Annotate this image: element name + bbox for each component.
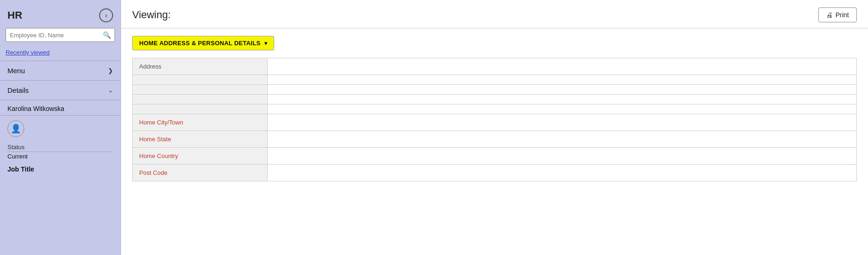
table-row [133, 104, 857, 114]
table-row: Home City/Town [133, 114, 857, 131]
field-value [268, 148, 857, 165]
search-area: 🔍 [0, 28, 121, 47]
field-value [268, 85, 857, 95]
sidebar-item-menu[interactable]: Menu ❯ [0, 61, 121, 81]
search-input[interactable] [6, 29, 99, 41]
search-button[interactable]: 🔍 [99, 28, 114, 41]
field-value [268, 131, 857, 148]
table-row [133, 75, 857, 85]
recently-viewed-area: Recently viewed [0, 47, 121, 61]
field-value [268, 58, 857, 75]
printer-icon: 🖨 [826, 11, 833, 19]
field-label: Home City/Town [133, 114, 268, 131]
page-title: Viewing: [132, 9, 171, 21]
field-label [133, 75, 268, 85]
status-field: Status Current [0, 142, 121, 163]
chevron-right-icon: › [105, 12, 108, 19]
section-dropdown-label: HOME ADDRESS & PERSONAL DETAILS [139, 40, 261, 47]
main-body: HOME ADDRESS & PERSONAL DETAILS ▾ Addres… [121, 28, 868, 255]
sidebar-collapse-button[interactable]: › [99, 8, 113, 22]
status-label: Status [7, 144, 113, 152]
sidebar-details-label: Details [7, 86, 29, 94]
table-row [133, 95, 857, 104]
sidebar-item-details[interactable]: Details ⌄ [0, 81, 121, 100]
dropdown-arrow-icon: ▾ [264, 40, 267, 47]
table-row: Home Country [133, 148, 857, 165]
field-label: Address [133, 58, 268, 75]
field-value [268, 75, 857, 85]
person-icon: 👤 [11, 124, 21, 134]
chevron-right-icon: ❯ [108, 67, 113, 74]
details-table: AddressHome City/TownHome StateHome Coun… [132, 58, 857, 181]
table-row: Post Code [133, 165, 857, 181]
main-content: Viewing: 🖨 Print HOME ADDRESS & PERSONAL… [121, 0, 868, 255]
avatar[interactable]: 👤 [7, 120, 24, 137]
field-value [268, 114, 857, 131]
sidebar: HR › 🔍 Recently viewed Menu ❯ Details ⌄ … [0, 0, 121, 255]
job-title-label: Job Title [0, 163, 121, 174]
print-button[interactable]: 🖨 Print [818, 7, 857, 22]
table-row [133, 85, 857, 95]
recently-viewed-link[interactable]: Recently viewed [6, 49, 50, 56]
field-label [133, 104, 268, 114]
print-label: Print [835, 11, 849, 19]
field-value [268, 165, 857, 181]
search-icon: 🔍 [103, 31, 111, 39]
field-label: Home Country [133, 148, 268, 165]
employee-name: Karolina Witkowska [0, 100, 121, 116]
main-header: Viewing: 🖨 Print [121, 0, 868, 28]
sidebar-menu-label: Menu [7, 67, 25, 75]
field-value [268, 95, 857, 104]
status-value: Current [7, 153, 113, 162]
sidebar-header: HR › [0, 0, 121, 28]
field-label [133, 85, 268, 95]
field-value [268, 104, 857, 114]
search-box: 🔍 [6, 28, 115, 42]
chevron-down-icon: ⌄ [108, 87, 113, 94]
table-row: Home State [133, 131, 857, 148]
table-row: Address [133, 58, 857, 75]
sidebar-title: HR [7, 9, 22, 21]
field-label: Home State [133, 131, 268, 148]
section-dropdown-button[interactable]: HOME ADDRESS & PERSONAL DETAILS ▾ [132, 36, 274, 50]
field-label: Post Code [133, 165, 268, 181]
field-label [133, 95, 268, 104]
